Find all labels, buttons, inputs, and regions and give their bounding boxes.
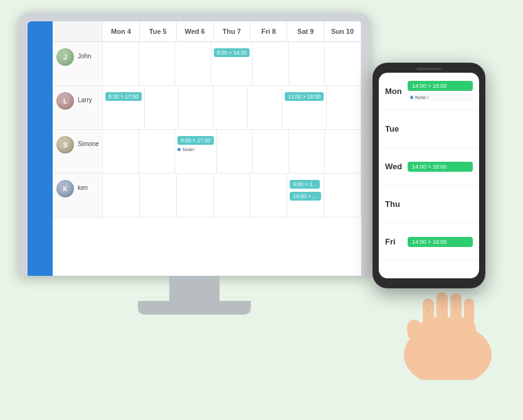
phone-day-label: Wed (385, 162, 408, 171)
table-row: J John 9:00 > 14:30 (53, 42, 361, 86)
phone-screen: Mon 14:00 > 18:00 Note ! Tue Wed 14:00 (379, 73, 479, 278)
day-sat-simone (289, 130, 325, 173)
table-row: S Simone 9:00 > 17:00 Note! (53, 130, 361, 174)
person-name: ken (78, 184, 88, 191)
person-cell-simone: S Simone (53, 130, 103, 173)
calendar-main: Mon 4 Tue 5 Wed 6 Thu 7 Fri 8 Sat 9 Sun … (53, 21, 361, 276)
day-tue-ken (140, 174, 177, 217)
table-row: L Larry 8:30 > 17:00 11:00 > 18:00 (53, 86, 361, 130)
day-mon-simone (103, 130, 139, 173)
day-fri-ken (250, 174, 287, 217)
note-text: Note! (182, 147, 194, 152)
day-tue-john (139, 42, 176, 85)
day-sat-john (289, 42, 325, 85)
avatar: K (56, 180, 74, 197)
header-thu: Thu 7 (214, 21, 251, 41)
day-wed-ken (177, 174, 214, 217)
phone-body: Mon 14:00 > 18:00 Note ! Tue Wed 14:00 (372, 63, 485, 288)
avatar: J (56, 48, 74, 66)
day-fri-john (253, 42, 289, 85)
day-thu-simone (217, 130, 253, 173)
day-tue-simone (139, 130, 176, 173)
phone-day-label: Tue (385, 124, 408, 134)
person-name: Simone (78, 140, 99, 147)
event-badge: 11:00 > 18:00 (285, 92, 324, 101)
phone-row-tue: Tue (379, 110, 479, 148)
day-mon-ken (103, 174, 140, 217)
note-text: Note ! (415, 95, 428, 100)
event-badge: 8:30 > 17:00 (105, 92, 142, 101)
svg-rect-3 (436, 292, 448, 327)
phone-badge: 14:00 > 18:00 (408, 81, 473, 91)
phone-note: Note ! (408, 93, 473, 102)
calendar-body: J John 9:00 > 14:30 (53, 42, 361, 276)
phone-row-fri: Fri 14:00 > 18:00 (379, 223, 479, 261)
header-empty (53, 21, 103, 41)
day-thu-larry (213, 86, 248, 129)
day-fri-simone (253, 130, 289, 173)
monitor-stand-base (138, 301, 251, 315)
phone: Mon 14:00 > 18:00 Note ! Tue Wed 14:00 (372, 63, 485, 288)
day-sun-larry (327, 86, 361, 129)
day-mon-larry: 8:30 > 17:00 (103, 86, 145, 129)
event-badge: 9:00 > 1... (290, 180, 320, 189)
day-thu-ken (214, 174, 251, 217)
phone-row-wed: Wed 14:00 > 18:00 (379, 148, 479, 186)
svg-rect-4 (450, 293, 462, 326)
person-cell-ken: K ken (53, 174, 103, 217)
monitor-stand-neck (169, 276, 219, 301)
event-note: Note! (177, 147, 214, 152)
phone-row-thu: Thu (379, 186, 479, 223)
phone-row-mon: Mon 14:00 > 18:00 Note ! (379, 73, 479, 110)
monitor-body: Mon 4 Tue 5 Wed 6 Thu 7 Fri 8 Sat 9 Sun … (19, 13, 370, 276)
day-wed-larry (179, 86, 213, 129)
dot-icon (177, 148, 181, 151)
day-sat-larry: 11:00 > 18:00 (282, 86, 327, 129)
day-sat-ken: 9:00 > 1... 14:00 > ... (287, 174, 324, 217)
avatar: S (56, 136, 74, 154)
monitor-screen: Mon 4 Tue 5 Wed 6 Thu 7 Fri 8 Sat 9 Sun … (28, 21, 361, 276)
day-tue-larry (145, 86, 179, 129)
phone-events-fri: 14:00 > 18:00 (408, 237, 473, 247)
phone-events-wed: 14:00 > 18:00 (408, 162, 473, 172)
person-cell-john: J John (53, 42, 103, 85)
phone-day-label: Thu (385, 199, 408, 209)
screen-sidebar (28, 21, 53, 276)
header-sat: Sat 9 (287, 21, 324, 41)
phone-badge: 14:00 > 18:00 (408, 162, 473, 172)
header-tue: Tue 5 (140, 21, 177, 41)
day-sun-ken (324, 174, 361, 217)
header-mon: Mon 4 (103, 21, 140, 41)
day-thu-john: 9:00 > 14:30 (211, 42, 253, 85)
header-sun: Sun 10 (324, 21, 361, 41)
header-fri: Fri 8 (250, 21, 287, 41)
day-wed-simone: 9:00 > 17:00 Note! (175, 130, 217, 173)
svg-rect-5 (464, 298, 474, 326)
day-fri-larry (248, 86, 282, 129)
monitor: Mon 4 Tue 5 Wed 6 Thu 7 Fri 8 Sat 9 Sun … (19, 13, 370, 315)
phone-day-label: Fri (385, 237, 408, 246)
header-wed: Wed 6 (177, 21, 214, 41)
phone-events-mon: 14:00 > 18:00 Note ! (408, 81, 473, 102)
day-sun-simone (325, 130, 361, 173)
phone-day-label: Mon (385, 87, 408, 96)
calendar-header: Mon 4 Tue 5 Wed 6 Thu 7 Fri 8 Sat 9 Sun … (53, 21, 361, 42)
person-cell-larry: L Larry (53, 86, 103, 129)
day-mon-john (103, 42, 139, 85)
svg-rect-2 (423, 298, 434, 330)
table-row: K ken 9:00 > 1... 14:00 > ... (53, 174, 361, 218)
dot-icon (410, 96, 413, 99)
event-badge: 9:00 > 17:00 (177, 136, 214, 145)
avatar: L (56, 92, 74, 110)
phone-badge: 14:00 > 18:00 (408, 237, 473, 247)
event-badge: 9:00 > 14:30 (214, 48, 250, 57)
event-badge: 14:00 > ... (290, 192, 321, 201)
person-name: Larry (78, 97, 92, 103)
day-wed-john (175, 42, 211, 85)
day-sun-john (325, 42, 361, 85)
person-name: John (78, 53, 92, 60)
